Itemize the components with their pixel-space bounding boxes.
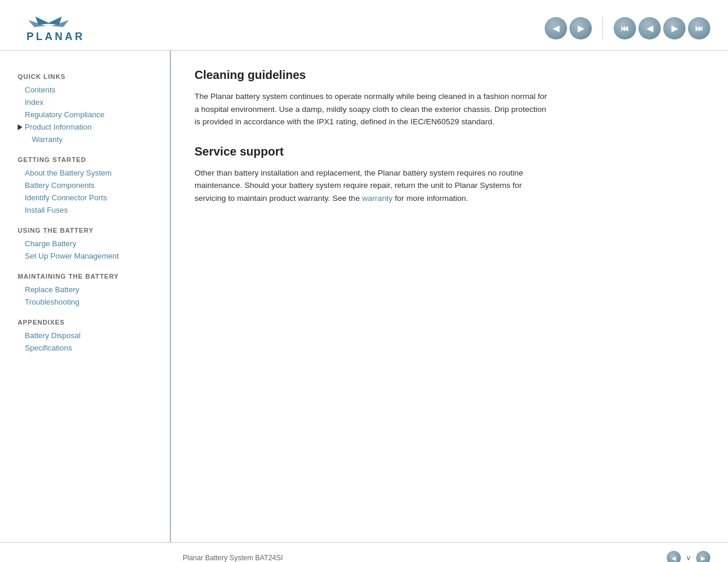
footer-prev-icon: ◀ [671, 555, 676, 561]
nav-group-2: ⏮ ◀ ▶ ⏭ [614, 17, 710, 39]
troubleshooting-link[interactable]: Troubleshooting [18, 296, 158, 308]
identify-connector-link[interactable]: Identify Connector Ports [18, 191, 158, 204]
section2-title: Service support [195, 145, 699, 158]
last-icon: ⏭ [695, 24, 703, 33]
product-info-label: Product Information [25, 123, 91, 131]
section2-text-pre: Other than battery installation and repl… [195, 168, 523, 203]
nav-group-1: ◀ ▶ [545, 17, 592, 39]
right-arrow-icon: ▶ [578, 24, 584, 33]
regulatory-compliance-link[interactable]: Regulatory Compliance [18, 108, 158, 121]
last-nav-btn[interactable]: ⏭ [688, 17, 710, 39]
forward-nav-btn[interactable]: ▶ [663, 17, 686, 39]
forward-icon: ▶ [671, 24, 678, 33]
footer: Planar Battery System BAT24SI ◀ v ▶ [0, 542, 728, 562]
prev-nav-btn[interactable]: ◀ [545, 17, 567, 39]
planar-logo: PLANAR [18, 12, 94, 44]
svg-text:PLANAR: PLANAR [27, 31, 85, 42]
install-fuses-link[interactable]: Install Fuses [18, 204, 158, 216]
arrow-icon [18, 124, 22, 130]
section1-body: The Planar battery system continues to o… [195, 90, 548, 128]
battery-disposal-link[interactable]: Battery Disposal [18, 329, 158, 342]
footer-page: v [687, 554, 690, 562]
left-arrow-icon: ◀ [553, 24, 559, 33]
nav-divider [602, 17, 603, 39]
appendixes-label: APPENDIXES [18, 319, 158, 326]
specifications-link[interactable]: Specifications [18, 342, 158, 354]
footer-product: Planar Battery System BAT24SI [183, 554, 283, 562]
getting-started-label: GETTING STARTED [18, 156, 158, 163]
section2-text-post: for more information. [393, 194, 468, 203]
setup-power-link[interactable]: Set Up Power Management [18, 250, 158, 262]
replace-battery-link[interactable]: Replace Battery [18, 283, 158, 296]
nav-controls: ◀ ▶ ⏮ ◀ ▶ ⏭ [545, 17, 710, 39]
main-layout: QUICK LINKS Contents Index Regulatory Co… [0, 51, 728, 542]
sidebar: QUICK LINKS Contents Index Regulatory Co… [0, 51, 171, 542]
top-bar: PLANAR ◀ ▶ ⏮ ◀ ▶ ⏭ [0, 0, 728, 51]
back-icon: ◀ [647, 24, 653, 33]
battery-components-link[interactable]: Battery Components [18, 179, 158, 191]
footer-next-icon: ▶ [701, 555, 706, 561]
using-battery-label: USING THE BATTERY [18, 227, 158, 234]
content-area: Cleaning guidelines The Planar battery s… [171, 51, 728, 542]
section1-title: Cleaning guidelines [195, 68, 699, 82]
warranty-link[interactable]: Warranty [18, 133, 158, 146]
product-information-link[interactable]: Product Information [18, 121, 158, 133]
section2-body: Other than battery installation and repl… [195, 167, 548, 205]
contents-link[interactable]: Contents [18, 84, 158, 96]
footer-next-btn[interactable]: ▶ [696, 551, 710, 562]
back-nav-btn[interactable]: ◀ [638, 17, 661, 39]
about-battery-link[interactable]: About the Battery System [18, 167, 158, 179]
footer-prev-btn[interactable]: ◀ [667, 551, 681, 562]
maintaining-label: MAINTAINING THE BATTERY [18, 273, 158, 280]
next-nav-btn[interactable]: ▶ [569, 17, 592, 39]
quick-links-label: QUICK LINKS [18, 73, 158, 80]
logo-area: PLANAR [18, 12, 94, 44]
warranty-inline-link[interactable]: warranty [362, 194, 393, 203]
charge-battery-link[interactable]: Charge Battery [18, 237, 158, 250]
index-link[interactable]: Index [18, 96, 158, 108]
first-nav-btn[interactable]: ⏮ [614, 17, 636, 39]
first-icon: ⏮ [621, 24, 629, 33]
footer-nav: ◀ v ▶ [667, 551, 710, 562]
